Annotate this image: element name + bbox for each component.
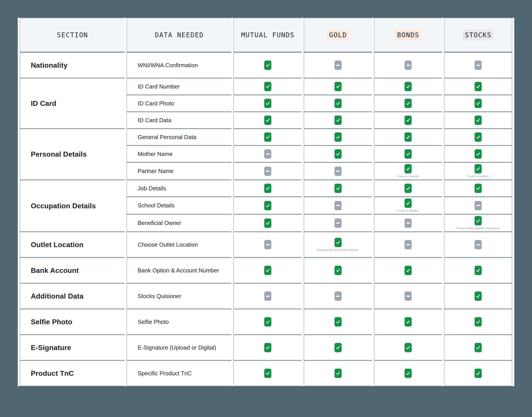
status-wrap [305, 266, 371, 275]
check-icon [475, 343, 482, 352]
status-cell-mutual_funds [233, 78, 302, 95]
check-icon [264, 184, 271, 193]
status-cell-gold [304, 214, 372, 232]
status-wrap [305, 132, 371, 142]
data-needed-cell: ID Card Data [127, 112, 231, 129]
check-icon [475, 266, 482, 275]
status-wrap [375, 82, 441, 91]
status-cell-bonds: If user is married. [374, 162, 442, 180]
check-icon [334, 238, 341, 247]
status-cell-mutual_funds [233, 180, 302, 197]
status-cell-bonds [374, 146, 442, 162]
status-wrap [305, 61, 371, 70]
column-header-data_needed: DATA NEEDED [127, 18, 231, 52]
status-cell-bonds [374, 335, 442, 360]
dash-icon [264, 167, 271, 176]
status-cell-stocks: If user is married. [444, 162, 512, 180]
check-icon [475, 82, 482, 91]
status-wrap [375, 317, 441, 326]
status-wrap [445, 99, 511, 108]
status-wrap [375, 184, 441, 193]
status-wrap [305, 292, 371, 301]
check-icon [334, 266, 341, 275]
status-wrap [375, 99, 441, 108]
status-cell-stocks [444, 309, 512, 335]
section-cell: E-Signature [20, 335, 125, 360]
column-header-label: DATA NEEDED [152, 30, 206, 40]
check-icon [334, 82, 341, 91]
status-cell-gold [304, 129, 372, 146]
section-cell: Selfie Photo [20, 309, 125, 335]
status-wrap [235, 132, 301, 142]
condition-note: Required by one of Gold Partner. [317, 248, 359, 252]
table-row: Occupation DetailsJob Details [20, 180, 512, 197]
check-icon [475, 132, 482, 142]
data-needed-cell: General Personal Data [127, 129, 231, 146]
status-wrap [305, 149, 371, 159]
column-header-label: GOLD [327, 30, 349, 40]
dash-icon [334, 61, 341, 70]
check-icon [404, 115, 412, 125]
status-cell-gold [304, 335, 372, 360]
status-cell-stocks [444, 78, 512, 95]
dash-icon [404, 292, 412, 301]
status-cell-stocks [444, 258, 512, 283]
status-cell-mutual_funds [233, 197, 302, 214]
column-header-label: STOCKS [463, 30, 494, 40]
status-wrap [235, 292, 301, 301]
check-icon [334, 184, 341, 193]
status-wrap [445, 292, 511, 301]
check-icon [404, 317, 412, 326]
check-icon [334, 369, 341, 378]
status-wrap [375, 292, 441, 301]
section-cell: Product TnC [20, 360, 125, 386]
check-icon [264, 115, 271, 125]
check-icon [404, 184, 412, 193]
check-icon [475, 369, 482, 378]
status-cell-bonds [374, 360, 442, 386]
check-icon [404, 369, 412, 378]
check-icon [264, 317, 271, 326]
status-cell-mutual_funds [233, 95, 302, 112]
status-wrap [445, 149, 511, 159]
condition-note: If user is married. [397, 175, 419, 178]
status-wrap [305, 167, 371, 176]
status-cell-stocks [444, 112, 512, 129]
dash-icon [334, 201, 341, 210]
status-cell-bonds [374, 180, 442, 197]
status-cell-mutual_funds [233, 335, 302, 360]
dash-icon [264, 240, 271, 249]
status-wrap [235, 240, 301, 249]
condition-note: If user is married. [467, 175, 489, 178]
status-cell-gold [304, 78, 372, 95]
data-needed-cell: Mother Name [127, 146, 231, 162]
status-wrap [445, 184, 511, 193]
status-wrap [445, 115, 511, 125]
status-wrap: If user is married. [445, 164, 511, 178]
status-cell-bonds [374, 95, 442, 112]
status-cell-mutual_funds [233, 129, 302, 146]
check-icon [475, 292, 482, 301]
status-cell-stocks [444, 360, 512, 386]
data-needed-cell: Selfie Photo [127, 309, 231, 335]
column-header-label: MUTUAL FUNDS [239, 30, 297, 40]
column-header-label: SECTION [55, 30, 90, 40]
status-cell-stocks [444, 283, 512, 309]
data-needed-cell: ID Card Photo [127, 95, 231, 112]
data-needed-cell: Specific Product TnC [127, 360, 231, 386]
status-cell-stocks [444, 197, 512, 214]
data-needed-cell: ID Card Number [127, 78, 231, 95]
condition-note: If user choose specific occupancy. [456, 227, 500, 230]
table-row: Product TnCSpecific Product TnC [20, 360, 512, 386]
data-needed-cell: Beneficial Owner [127, 214, 231, 232]
column-header-gold: GOLD [304, 18, 372, 52]
column-header-stocks: STOCKS [444, 18, 512, 52]
status-cell-mutual_funds [233, 52, 302, 78]
section-cell: Outlet Location [20, 232, 125, 258]
status-cell-mutual_funds [233, 258, 302, 283]
check-icon [334, 99, 341, 108]
status-wrap [305, 343, 371, 352]
status-cell-stocks [444, 232, 512, 258]
status-wrap [235, 266, 301, 275]
check-icon [334, 149, 341, 159]
